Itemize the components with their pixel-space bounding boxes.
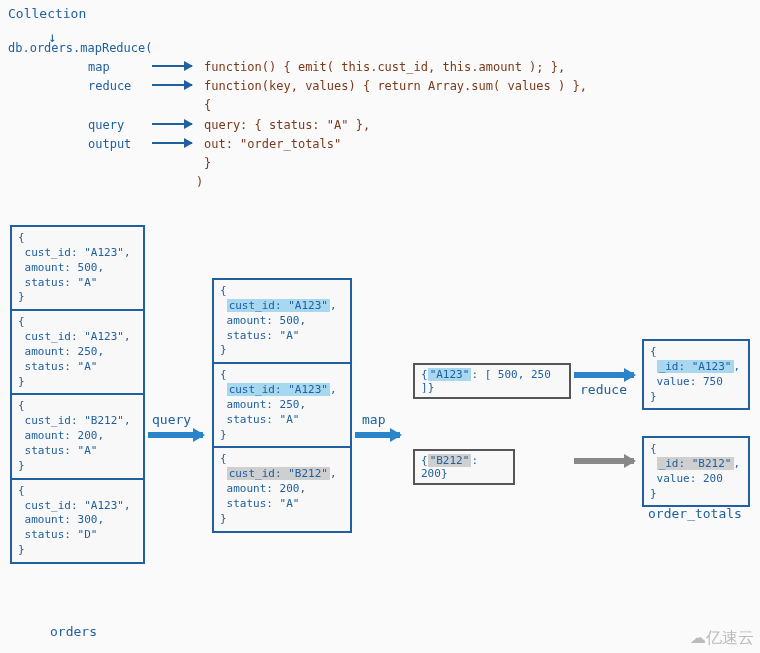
order-doc: { cust_id: "B212", amount: 200, status: … — [12, 395, 143, 479]
map-arrow-icon — [355, 432, 400, 438]
param-body-reduce: function(key, values) { return Array.sum… — [204, 77, 587, 96]
order-doc: { cust_id: "A123", amount: 500, status: … — [12, 227, 143, 311]
order-doc: { cust_id: "A123", amount: 250, status: … — [12, 311, 143, 395]
param-body-output: out: "order_totals" — [204, 135, 341, 154]
totals-caption: order_totals — [648, 506, 742, 521]
param-label-reduce: reduce — [88, 77, 148, 96]
param-body: } — [204, 154, 211, 173]
param-row-reduce: reduce function(key, values) { return Ar… — [8, 77, 752, 96]
result-doc-b: { _id: "B212", value: 200} — [642, 436, 750, 507]
param-row-map: map function() { emit( this.cust_id, thi… — [8, 58, 752, 77]
arrow-icon — [152, 123, 192, 125]
arrow-icon — [152, 65, 192, 67]
mapped-group-a: {"A123": [ 500, 250 ]} — [413, 363, 571, 399]
orders-caption: orders — [50, 624, 97, 639]
arrow-icon — [152, 84, 192, 86]
down-arrow-icon: ↓ — [48, 26, 56, 48]
db-call-line: db.orders.mapReduce( — [8, 39, 752, 58]
query-arrow-icon — [148, 432, 203, 438]
param-row-brace2: } — [8, 154, 752, 173]
param-label-output: output — [88, 135, 148, 154]
arrow-icon — [152, 142, 192, 144]
filtered-doc: { cust_id: "A123", amount: 250, status: … — [214, 364, 350, 448]
param-body-map: function() { emit( this.cust_id, this.am… — [204, 58, 565, 77]
stage-label-reduce: reduce — [580, 382, 627, 397]
param-row-output: output out: "order_totals" — [8, 135, 752, 154]
code-block: Collection ↓ db.orders.mapReduce( map fu… — [8, 4, 752, 192]
orders-collection-box: { cust_id: "A123", amount: 500, status: … — [10, 225, 145, 564]
watermark: ☁亿速云 — [690, 628, 754, 649]
param-row-query: query query: { status: "A" }, — [8, 116, 752, 135]
filtered-collection-box: { cust_id: "A123", amount: 500, status: … — [212, 278, 352, 533]
filtered-doc: { cust_id: "B212", amount: 200, status: … — [214, 448, 350, 530]
param-row-close: ) — [8, 173, 752, 192]
param-body: ) — [196, 173, 203, 192]
param-label-query: query — [88, 116, 148, 135]
param-row-brace: { — [8, 96, 752, 115]
mapped-group-b: {"B212": 200} — [413, 449, 515, 485]
param-label-map: map — [88, 58, 148, 77]
filtered-doc: { cust_id: "A123", amount: 500, status: … — [214, 280, 350, 364]
reduce-arrow-icon — [574, 372, 634, 378]
result-doc-a: { _id: "A123", value: 750} — [642, 339, 750, 410]
stage-label-map: map — [362, 412, 385, 427]
param-body: { — [204, 96, 211, 115]
collection-label: Collection — [8, 4, 752, 25]
cloud-icon: ☁ — [690, 629, 706, 646]
stage-label-query: query — [152, 412, 191, 427]
param-body-query: query: { status: "A" }, — [204, 116, 370, 135]
order-doc: { cust_id: "A123", amount: 300, status: … — [12, 480, 143, 562]
passthrough-arrow-icon — [574, 458, 634, 464]
